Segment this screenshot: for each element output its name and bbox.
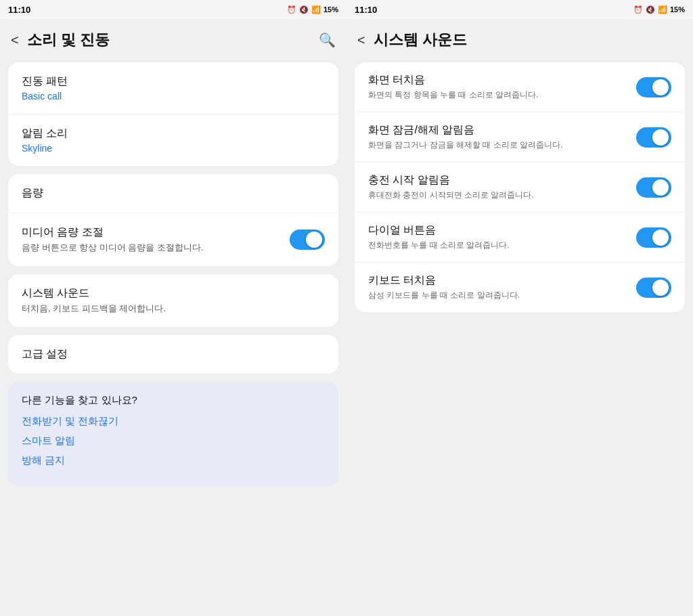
media-volume-content: 미디어 음량 조절 음량 버튼으로 항상 미디어 음량을 조절합니다. bbox=[22, 225, 290, 254]
dial-title: 다이얼 버튼음 bbox=[368, 223, 636, 238]
keyboard-content: 키보드 터치음 삼성 키보드를 누를 때 소리로 알려줍니다. bbox=[368, 273, 636, 301]
volume-label-item: 음량 bbox=[8, 174, 338, 213]
media-volume-item[interactable]: 미디어 음량 조절 음량 버튼으로 항상 미디어 음량을 조절합니다. bbox=[8, 213, 338, 266]
system-sound-subtitle: 터치음, 키보드 피드백을 제어합니다. bbox=[22, 303, 325, 315]
left-back-button[interactable]: < bbox=[11, 32, 19, 48]
keyboard-title: 키보드 터치음 bbox=[368, 273, 636, 288]
wifi-icon: 📶 bbox=[311, 5, 321, 14]
media-volume-toggle[interactable] bbox=[290, 229, 325, 250]
wifi-icon-right: 📶 bbox=[658, 5, 667, 14]
status-bar: 11:10 ⏰ 🔇 📶 15% 11:10 ⏰ 🔇 📶 15% bbox=[0, 0, 693, 19]
right-status-icons: ⏰ 🔇 📶 15% bbox=[633, 5, 685, 14]
vibration-ringtone-card: 진동 패턴 Basic call 알림 소리 Skyline bbox=[8, 62, 338, 166]
media-volume-subtitle: 음량 버튼으로 항상 미디어 음량을 조절합니다. bbox=[22, 242, 290, 254]
system-sound-title: 시스템 사운드 bbox=[22, 286, 325, 301]
system-sound-card[interactable]: 시스템 사운드 터치음, 키보드 피드백을 제어합니다. bbox=[8, 274, 338, 327]
search-button[interactable]: 🔍 bbox=[319, 32, 336, 48]
left-panel-title: 소리 및 진동 bbox=[27, 30, 319, 50]
volume-card: 음량 미디어 음량 조절 음량 버튼으로 항상 미디어 음량을 조절합니다. bbox=[8, 174, 338, 266]
right-header: < 시스템 사운드 bbox=[346, 19, 693, 58]
battery-left: 15% bbox=[323, 5, 338, 14]
right-panel: < 시스템 사운드 화면 터치음 화면의 특정 항목을 누를 때 소리로 알려줍… bbox=[346, 19, 693, 616]
charging-content: 충전 시작 알림음 휴대전화 충전이 시작되면 소리로 알려줍니다. bbox=[368, 173, 636, 201]
charging-toggle[interactable] bbox=[636, 177, 671, 198]
alarm-icon-right: ⏰ bbox=[633, 5, 643, 14]
advanced-settings-card[interactable]: 고급 설정 bbox=[8, 335, 338, 374]
suggestion-link-2[interactable]: 방해 금지 bbox=[22, 454, 325, 467]
notification-sound-value: Skyline bbox=[22, 143, 325, 154]
screen-lock-title: 화면 잠금/해제 알림음 bbox=[368, 123, 636, 137]
dial-content: 다이얼 버튼음 전화번호를 누를 때 소리로 알려줍니다. bbox=[368, 223, 636, 251]
vibration-pattern-title: 진동 패턴 bbox=[22, 74, 325, 89]
keyboard-touch-sound-item[interactable]: 키보드 터치음 삼성 키보드를 누를 때 소리로 알려줍니다. bbox=[355, 263, 685, 312]
screen-lock-toggle[interactable] bbox=[636, 127, 671, 148]
right-time: 11:10 bbox=[355, 5, 377, 15]
screen-touch-sound-item[interactable]: 화면 터치음 화면의 특정 항목을 누를 때 소리로 알려줍니다. bbox=[355, 62, 685, 112]
dial-toggle[interactable] bbox=[636, 227, 671, 248]
battery-right: 15% bbox=[670, 5, 685, 14]
charging-sound-item[interactable]: 충전 시작 알림음 휴대전화 충전이 시작되면 소리로 알려줍니다. bbox=[355, 162, 685, 213]
alarm-icon: ⏰ bbox=[287, 5, 296, 14]
keyboard-toggle[interactable] bbox=[636, 278, 671, 298]
screen-touch-subtitle: 화면의 특정 항목을 누를 때 소리로 알려줍니다. bbox=[368, 89, 636, 101]
screen-touch-title: 화면 터치음 bbox=[368, 73, 636, 87]
split-container: < 소리 및 진동 🔍 진동 패턴 Basic call 알림 소리 Skyli… bbox=[0, 19, 693, 616]
mute-icon-right: 🔇 bbox=[646, 5, 655, 14]
keyboard-subtitle: 삼성 키보드를 누를 때 소리로 알려줍니다. bbox=[368, 290, 636, 301]
media-volume-title: 미디어 음량 조절 bbox=[22, 225, 290, 240]
mute-icon: 🔇 bbox=[299, 5, 309, 14]
suggestions-box: 다른 기능을 찾고 있나요? 전화받기 및 전화끊기 스마트 알림 방해 금지 bbox=[8, 382, 338, 486]
left-panel: < 소리 및 진동 🔍 진동 패턴 Basic call 알림 소리 Skyli… bbox=[0, 19, 346, 616]
suggestions-title: 다른 기능을 찾고 있나요? bbox=[22, 394, 325, 407]
screen-touch-content: 화면 터치음 화면의 특정 항목을 누를 때 소리로 알려줍니다. bbox=[368, 73, 636, 101]
left-time: 11:10 bbox=[8, 5, 30, 15]
charging-title: 충전 시작 알림음 bbox=[368, 173, 636, 188]
notification-sound-item[interactable]: 알림 소리 Skyline bbox=[8, 114, 338, 166]
vibration-pattern-item[interactable]: 진동 패턴 Basic call bbox=[8, 62, 338, 114]
screen-lock-content: 화면 잠금/해제 알림음 화면을 잠그거나 잠금을 해제할 때 소리로 알려줍니… bbox=[368, 123, 636, 151]
dial-button-sound-item[interactable]: 다이얼 버튼음 전화번호를 누를 때 소리로 알려줍니다. bbox=[355, 213, 685, 263]
advanced-settings-item[interactable]: 고급 설정 bbox=[8, 335, 338, 374]
dial-subtitle: 전화번호를 누를 때 소리로 알려줍니다. bbox=[368, 240, 636, 251]
right-back-button[interactable]: < bbox=[357, 32, 365, 48]
screen-lock-sound-item[interactable]: 화면 잠금/해제 알림음 화면을 잠그거나 잠금을 해제할 때 소리로 알려줍니… bbox=[355, 112, 685, 162]
screen-touch-toggle[interactable] bbox=[636, 77, 671, 97]
screen-lock-subtitle: 화면을 잠그거나 잠금을 해제할 때 소리로 알려줍니다. bbox=[368, 139, 636, 151]
left-status-icons: ⏰ 🔇 📶 15% bbox=[287, 5, 338, 14]
status-bar-left: 11:10 ⏰ 🔇 📶 15% bbox=[0, 0, 346, 19]
vibration-pattern-value: Basic call bbox=[22, 91, 325, 102]
status-bar-right: 11:10 ⏰ 🔇 📶 15% bbox=[346, 0, 693, 19]
suggestion-link-0[interactable]: 전화받기 및 전화끊기 bbox=[22, 415, 325, 428]
volume-title: 음량 bbox=[22, 186, 325, 200]
suggestion-link-1[interactable]: 스마트 알림 bbox=[22, 435, 325, 447]
system-sound-item[interactable]: 시스템 사운드 터치음, 키보드 피드백을 제어합니다. bbox=[8, 274, 338, 327]
advanced-settings-title: 고급 설정 bbox=[22, 347, 325, 361]
left-header: < 소리 및 진동 🔍 bbox=[0, 19, 346, 58]
charging-subtitle: 휴대전화 충전이 시작되면 소리로 알려줍니다. bbox=[368, 190, 636, 201]
notification-sound-title: 알림 소리 bbox=[22, 127, 325, 141]
right-panel-title: 시스템 사운드 bbox=[374, 30, 682, 50]
system-sound-list-card: 화면 터치음 화면의 특정 항목을 누를 때 소리로 알려줍니다. 화면 잠금/… bbox=[355, 62, 685, 312]
